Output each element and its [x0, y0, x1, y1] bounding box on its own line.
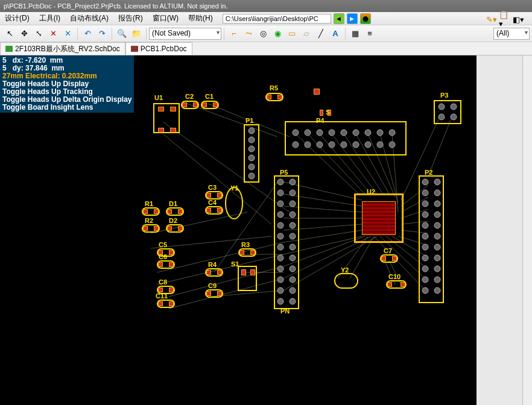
pad-icon[interactable]: ◉: [271, 27, 284, 40]
separator: [77, 28, 78, 40]
tab-schematic[interactable]: 2F103RB最小系统_RV2.SchDoc: [0, 42, 125, 55]
menu-design[interactable]: 设计(D): [0, 12, 34, 25]
menu-tool[interactable]: 工具(I): [34, 12, 65, 25]
undo-icon[interactable]: ↶: [81, 27, 94, 40]
svg-point-90: [290, 212, 296, 218]
component-c10[interactable]: [386, 280, 407, 289]
nav-home-button[interactable]: ⬤: [360, 13, 371, 24]
svg-point-116: [434, 222, 440, 228]
component-c1[interactable]: [201, 101, 219, 109]
filter-combo[interactable]: (All): [493, 28, 530, 40]
nav-fwd-button[interactable]: ▶: [347, 13, 358, 24]
designator: R2: [145, 217, 153, 224]
designator: C2: [185, 93, 194, 100]
svg-point-98: [290, 255, 296, 261]
layers-icon[interactable]: ◧▾: [512, 13, 524, 25]
zoom-icon[interactable]: 🔍: [115, 27, 128, 40]
designator: C11: [156, 292, 168, 300]
pad: [320, 110, 323, 116]
saved-state-combo[interactable]: (Not Saved): [149, 28, 221, 40]
component-u2[interactable]: [355, 194, 403, 242]
component-c11[interactable]: [157, 300, 175, 308]
clipboard-icon[interactable]: 📋▾: [499, 13, 511, 25]
svg-point-79: [353, 142, 359, 148]
svg-point-85: [277, 190, 283, 196]
comp-icon[interactable]: ▦: [349, 27, 362, 40]
separator: [146, 28, 147, 40]
svg-point-101: [277, 277, 283, 283]
vertical-scrollbar[interactable]: [522, 55, 532, 405]
select-icon[interactable]: ✕: [46, 27, 60, 40]
snap-icon[interactable]: ✕: [61, 27, 74, 40]
window-titlebar: p\PCB1.PcbDoc - PCB_Project2.PrjPcb. Lic…: [0, 0, 532, 12]
menu-window[interactable]: 窗口(W): [148, 12, 183, 25]
component-c7[interactable]: [380, 254, 398, 263]
svg-point-71: [365, 130, 371, 136]
svg-point-61: [249, 146, 255, 152]
browse-icon[interactable]: 📁: [130, 27, 143, 40]
line-icon[interactable]: ╱: [314, 27, 328, 40]
component-c4[interactable]: [205, 206, 223, 215]
component-r3[interactable]: [238, 248, 256, 257]
component-r2[interactable]: [142, 224, 160, 233]
svg-point-56: [226, 187, 242, 219]
component-c9[interactable]: [205, 289, 223, 298]
pad: [158, 107, 164, 111]
svg-point-119: [422, 244, 428, 250]
svg-point-77: [329, 142, 335, 148]
menu-autoroute[interactable]: 自动布线(A): [65, 12, 113, 25]
svg-point-75: [305, 142, 311, 148]
path-field[interactable]: C:\Users\liangrijian\Desktop\PC: [223, 14, 331, 24]
svg-point-66: [305, 130, 311, 136]
svg-point-89: [277, 212, 283, 218]
menu-report[interactable]: 报告(R): [113, 12, 148, 25]
component-c6[interactable]: [157, 260, 175, 269]
component-d1[interactable]: [166, 207, 184, 216]
align-icon[interactable]: ≡: [363, 27, 376, 40]
fill-icon[interactable]: ▭: [285, 27, 299, 40]
cursor-icon[interactable]: ↖: [3, 27, 16, 40]
svg-point-65: [293, 130, 299, 136]
svg-point-94: [290, 233, 296, 239]
route2-icon[interactable]: ⤳: [242, 27, 255, 40]
svg-point-102: [290, 277, 296, 283]
svg-point-114: [434, 212, 440, 218]
menu-help[interactable]: 帮助(H): [183, 12, 218, 25]
resize-icon[interactable]: ⤡: [32, 27, 45, 40]
component-c3[interactable]: [205, 191, 223, 199]
svg-point-123: [422, 266, 428, 272]
nav-back-button[interactable]: ◀: [334, 13, 344, 24]
designator: P5: [280, 169, 288, 176]
pcb-graphics: [0, 55, 477, 405]
move-icon[interactable]: ✥: [17, 27, 31, 40]
pad: [314, 89, 320, 95]
svg-line-11: [214, 182, 277, 272]
pad: [170, 128, 176, 133]
component-d2[interactable]: [166, 224, 184, 233]
right-toolbar: ✎▾ 📋▾ ◧▾: [484, 12, 532, 27]
svg-line-5: [151, 236, 271, 248]
redo-icon[interactable]: ↷: [95, 27, 109, 40]
component-c2[interactable]: [181, 101, 199, 109]
svg-point-112: [434, 201, 440, 207]
designator: Y1: [230, 184, 238, 192]
tab-pcb[interactable]: PCB1.PcbDoc: [125, 42, 192, 55]
editor-area: 5 dx: -7.620 mm 5 dy: 37.846 mm 27mm Ele…: [0, 55, 532, 405]
component-r1[interactable]: [142, 207, 160, 216]
svg-point-107: [422, 179, 428, 185]
pcb-canvas[interactable]: 5 dx: -7.620 mm 5 dy: 37.846 mm 27mm Ele…: [0, 55, 477, 405]
svg-line-16: [283, 206, 362, 212]
text-icon[interactable]: A: [329, 27, 342, 40]
svg-line-47: [401, 116, 440, 200]
poly-icon[interactable]: ▱: [300, 27, 313, 40]
svg-point-104: [290, 287, 296, 294]
designator: D1: [169, 200, 177, 207]
designator: PN: [280, 307, 290, 315]
separator: [112, 28, 112, 40]
svg-point-128: [434, 287, 440, 294]
route-icon[interactable]: ⌐: [227, 27, 241, 40]
component-r4[interactable]: [205, 268, 223, 277]
via-icon[interactable]: ◎: [256, 27, 270, 40]
component-r5[interactable]: [265, 93, 283, 101]
edit-icon[interactable]: ✎▾: [486, 13, 498, 25]
